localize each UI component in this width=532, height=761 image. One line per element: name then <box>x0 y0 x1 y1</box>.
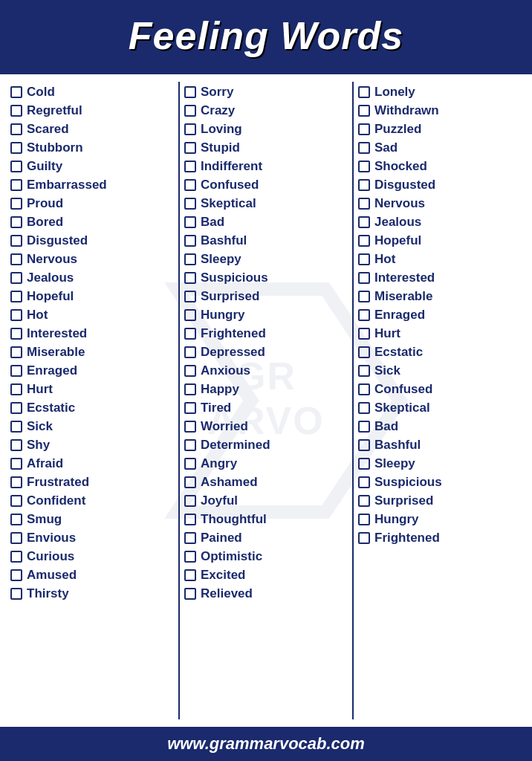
word-label: Bashful <box>201 233 247 248</box>
checkbox-icon[interactable] <box>184 514 196 525</box>
checkbox-icon[interactable] <box>10 86 22 98</box>
checkbox-icon[interactable] <box>184 402 196 414</box>
checkbox-icon[interactable] <box>10 588 22 600</box>
checkbox-icon[interactable] <box>358 86 370 98</box>
checkbox-icon[interactable] <box>184 551 196 563</box>
checkbox-icon[interactable] <box>10 309 22 321</box>
word-label: Hungry <box>374 512 419 527</box>
checkbox-icon[interactable] <box>10 439 22 451</box>
checkbox-icon[interactable] <box>10 551 22 563</box>
list-item: Sad <box>358 140 522 155</box>
checkbox-icon[interactable] <box>184 532 196 544</box>
checkbox-icon[interactable] <box>10 569 22 581</box>
checkbox-icon[interactable] <box>10 235 22 247</box>
checkbox-icon[interactable] <box>358 291 370 302</box>
checkbox-icon[interactable] <box>358 476 370 488</box>
checkbox-icon[interactable] <box>10 421 22 433</box>
checkbox-icon[interactable] <box>358 328 370 340</box>
checkbox-icon[interactable] <box>10 272 22 284</box>
checkbox-icon[interactable] <box>358 309 370 321</box>
checkbox-icon[interactable] <box>358 216 370 228</box>
checkbox-icon[interactable] <box>358 161 370 172</box>
checkbox-icon[interactable] <box>358 439 370 451</box>
checkbox-icon[interactable] <box>184 86 196 98</box>
word-label: Stubborn <box>27 140 83 155</box>
checkbox-icon[interactable] <box>10 216 22 228</box>
checkbox-icon[interactable] <box>358 123 370 135</box>
checkbox-icon[interactable] <box>10 253 22 265</box>
checkbox-icon[interactable] <box>10 383 22 395</box>
checkbox-icon[interactable] <box>184 105 196 117</box>
checkbox-icon[interactable] <box>10 291 22 302</box>
word-label: Jealous <box>374 215 421 230</box>
checkbox-icon[interactable] <box>184 476 196 488</box>
checkbox-icon[interactable] <box>184 569 196 581</box>
word-label: Proud <box>27 196 63 211</box>
checkbox-icon[interactable] <box>10 179 22 191</box>
checkbox-icon[interactable] <box>10 476 22 488</box>
checkbox-icon[interactable] <box>184 346 196 358</box>
checkbox-icon[interactable] <box>358 198 370 210</box>
list-item: Jealous <box>10 271 174 285</box>
checkbox-icon[interactable] <box>10 142 22 154</box>
checkbox-icon[interactable] <box>184 161 196 172</box>
word-label: Hopeful <box>27 289 74 304</box>
word-label: Embarrassed <box>27 178 107 192</box>
list-item: Excited <box>184 568 348 583</box>
checkbox-icon[interactable] <box>10 402 22 414</box>
checkbox-icon[interactable] <box>358 532 370 544</box>
checkbox-icon[interactable] <box>184 383 196 395</box>
word-label: Angry <box>201 456 237 471</box>
checkbox-icon[interactable] <box>358 253 370 265</box>
checkbox-icon[interactable] <box>184 142 196 154</box>
checkbox-icon[interactable] <box>358 105 370 117</box>
list-item: Lonely <box>358 85 522 100</box>
checkbox-icon[interactable] <box>10 532 22 544</box>
checkbox-icon[interactable] <box>358 235 370 247</box>
word-label: Excited <box>201 568 245 583</box>
checkbox-icon[interactable] <box>358 179 370 191</box>
checkbox-icon[interactable] <box>358 383 370 395</box>
checkbox-icon[interactable] <box>358 458 370 470</box>
word-label: Disgusted <box>374 178 435 192</box>
checkbox-icon[interactable] <box>10 514 22 525</box>
checkbox-icon[interactable] <box>358 365 370 377</box>
checkbox-icon[interactable] <box>184 179 196 191</box>
checkbox-icon[interactable] <box>358 346 370 358</box>
checkbox-icon[interactable] <box>184 235 196 247</box>
checkbox-icon[interactable] <box>184 439 196 451</box>
checkbox-icon[interactable] <box>358 142 370 154</box>
word-label: Guilty <box>27 159 62 174</box>
checkbox-icon[interactable] <box>184 588 196 600</box>
checkbox-icon[interactable] <box>10 495 22 507</box>
checkbox-icon[interactable] <box>10 123 22 135</box>
checkbox-icon[interactable] <box>358 495 370 507</box>
checkbox-icon[interactable] <box>10 346 22 358</box>
checkbox-icon[interactable] <box>184 458 196 470</box>
checkbox-icon[interactable] <box>184 421 196 433</box>
checkbox-icon[interactable] <box>184 365 196 377</box>
checkbox-icon[interactable] <box>184 495 196 507</box>
checkbox-icon[interactable] <box>184 309 196 321</box>
checkbox-icon[interactable] <box>10 198 22 210</box>
checkbox-icon[interactable] <box>10 161 22 172</box>
checkbox-icon[interactable] <box>184 198 196 210</box>
checkbox-icon[interactable] <box>10 458 22 470</box>
checkbox-icon[interactable] <box>358 514 370 525</box>
checkbox-icon[interactable] <box>10 105 22 117</box>
checkbox-icon[interactable] <box>358 421 370 433</box>
checkbox-icon[interactable] <box>184 216 196 228</box>
checkbox-icon[interactable] <box>184 291 196 302</box>
word-label: Surprised <box>201 289 259 304</box>
word-label: Shocked <box>374 159 427 174</box>
checkbox-icon[interactable] <box>358 402 370 414</box>
checkbox-icon[interactable] <box>358 272 370 284</box>
list-item: Ashamed <box>184 475 348 490</box>
checkbox-icon[interactable] <box>10 328 22 340</box>
checkbox-icon[interactable] <box>184 123 196 135</box>
checkbox-icon[interactable] <box>184 328 196 340</box>
checkbox-icon[interactable] <box>10 365 22 377</box>
checkbox-icon[interactable] <box>184 253 196 265</box>
list-item: Sleepy <box>184 252 348 267</box>
checkbox-icon[interactable] <box>184 272 196 284</box>
